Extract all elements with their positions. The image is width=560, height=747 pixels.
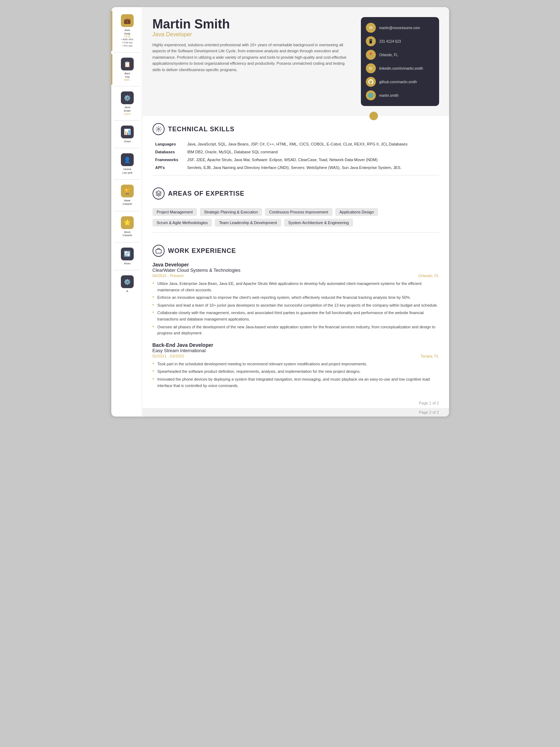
resume-main: Martin Smith Java Developer Highly exper… <box>143 7 449 417</box>
sidebar-icon-7: 🌟 <box>121 216 134 229</box>
expertise-tag: Team Leadership & Development <box>215 219 281 227</box>
expertise-tag: Project Management <box>153 208 197 216</box>
sidebar-item-1[interactable]: 💼 AssiSwip 01/20 • Aide othe • Cod suc •… <box>111 11 143 51</box>
divider-7 <box>114 242 139 243</box>
sidebar-date-2: 2005 - <box>124 79 131 81</box>
job-title: Java Developer <box>153 262 439 267</box>
sidebar-icon-1: 💼 <box>121 14 134 27</box>
linkedin-text: linkedin.com/in/martin.smith <box>379 67 423 70</box>
page-number: Page 1 of 2 <box>143 398 449 408</box>
contact-panel: ✉ martin@novoresume.com 📱 231 4124 623 📍… <box>361 17 439 106</box>
job-bullets-list: Utilize Java, Enterprise Java Bean, Java… <box>153 281 439 337</box>
email-icon: ✉ <box>366 23 376 33</box>
contact-website: 🌐 martin.smith <box>366 90 434 100</box>
jobs-container: Java Developer ClearWater Cloud Systems … <box>153 262 439 389</box>
sidebar-item-5[interactable]: 👤 HumaLau poli <box>111 150 143 178</box>
skill-value: JSF, J2EE, Apache Struts, Java Mai; Soft… <box>185 156 439 164</box>
technical-skills-title-row: TECHNICAL SKILLS <box>153 123 439 135</box>
job-dates: 02/2011 - 03/2015 <box>153 354 184 358</box>
sidebar-icon-9: ⚙️ <box>121 275 134 288</box>
skills-row: API'sServlets, EJB, Java Naming and Dire… <box>153 164 439 171</box>
divider-4 <box>114 148 139 148</box>
contact-linkedin: in linkedin.com/in/martin.smith <box>366 63 434 73</box>
phone-text: 231 4124 623 <box>379 39 401 43</box>
skills-row: DatabasesIBM DB2, Oracle, MySQL, Databas… <box>153 148 439 156</box>
expertise-icon <box>153 187 165 200</box>
skill-label: API's <box>153 164 185 171</box>
location-icon: 📍 <box>366 50 376 60</box>
contact-github: github.com/martin.smith <box>366 77 434 87</box>
sidebar-item-3[interactable]: ⚙️ JavaEnter Learni <box>111 88 143 118</box>
expertise-tag: Strategic Planning & Execution <box>200 208 262 216</box>
contact-location: 📍 Orlando, FL <box>366 50 434 60</box>
job-bullet: Took part in the scheduled development m… <box>153 361 439 367</box>
sidebar-icon-2: 📋 <box>121 58 134 70</box>
job-company: ClearWater Cloud Systems & Technologies <box>153 267 439 273</box>
expertise-tag: Applications Design <box>335 208 378 216</box>
skill-value: IBM DB2, Oracle, MySQL, Database SQL com… <box>185 148 439 156</box>
job-dates: 04/2015 - Present <box>153 274 183 278</box>
sidebar-icon-4: 📊 <box>121 126 134 138</box>
skill-label: Databases <box>153 148 185 156</box>
candidate-title: Java Developer <box>153 31 354 38</box>
sidebar-item-2[interactable]: 📋 BaclThe 2005 - <box>111 54 143 85</box>
contact-email: ✉ martin@novoresume.com <box>366 23 434 33</box>
divider-5 <box>114 179 139 180</box>
svg-rect-1 <box>156 249 161 253</box>
github-text: github.com/martin.smith <box>379 80 417 84</box>
skill-label: Languages <box>153 140 185 148</box>
job-bullet: Oversee all phases of the development of… <box>153 324 439 337</box>
sidebar-item-9[interactable]: ⚙️ A <box>111 272 143 297</box>
sidebar-label-7: MostClearW <box>123 231 132 237</box>
header-left: Martin Smith Java Developer Highly exper… <box>153 17 361 106</box>
location-text: Orlando, FL <box>379 53 398 57</box>
technical-skills-title: TECHNICAL SKILLS <box>168 126 235 133</box>
expertise-tag: Scrum & Agile Methodologies <box>153 219 212 227</box>
job-location: Orlando, FL <box>418 274 439 278</box>
expertise-section: AREAS OF EXPERTISE <box>143 180 449 208</box>
sidebar-date-1: 01/20 <box>124 35 130 38</box>
sidebar-icon-8: 🔄 <box>121 248 134 260</box>
divider-3 <box>114 120 139 121</box>
skill-value: Java, JavaScript, SQL, Java Beans, JSP, … <box>185 140 439 148</box>
divider-1 <box>114 52 139 53</box>
job-bullet: Utilize Java, Enterprise Java Bean, Java… <box>153 281 439 293</box>
skill-label: Frameworks <box>153 156 185 164</box>
sidebar-label-2: BaclThe <box>124 72 130 79</box>
sidebar-item-8[interactable]: 🔄 Asso <box>111 244 143 269</box>
sidebar-icon-3: ⚙️ <box>121 91 134 104</box>
contact-phone: 📱 231 4124 623 <box>366 36 434 46</box>
work-experience-icon <box>153 245 165 257</box>
job-bullets-list: Took part in the scheduled development m… <box>153 361 439 389</box>
sidebar-label-9: A <box>126 290 128 293</box>
candidate-summary: Highly experienced, solutions-oriented p… <box>153 42 354 73</box>
job-bullet: Innovated the phone devices by deploying… <box>153 376 439 389</box>
sidebar-date-3: Learni <box>124 113 130 115</box>
expertise-title: AREAS OF EXPERTISE <box>168 190 245 197</box>
email-text: martin@novoresume.com <box>379 26 420 30</box>
job-entry: Java Developer ClearWater Cloud Systems … <box>153 262 439 337</box>
expertise-tag: System Architecture & Engineering <box>284 219 353 227</box>
sidebar-label-6: AwarClearW <box>123 199 132 206</box>
expertise-title-row: AREAS OF EXPERTISE <box>153 187 439 200</box>
sidebar-label-5: HumaLau poli <box>122 168 132 174</box>
skills-row: LanguagesJava, JavaScript, SQL, Java Bea… <box>153 140 439 148</box>
github-icon <box>366 77 376 87</box>
sidebar-label-1: AssiSwip <box>124 28 130 35</box>
job-bullet: Spearheaded the software product definit… <box>153 369 439 375</box>
expertise-tags-container: Project ManagementStrategic Planning & E… <box>143 208 449 232</box>
work-experience-title: WORK EXPERIENCE <box>168 247 236 255</box>
page2-indicator: Page 2 of 2 <box>143 408 449 417</box>
skills-row: FrameworksJSF, J2EE, Apache Struts, Java… <box>153 156 439 164</box>
skill-value: Servlets, EJB, Java Naming and Directory… <box>185 164 439 171</box>
website-icon: 🌐 <box>366 90 376 100</box>
sidebar-item-4[interactable]: 📊 Oracl <box>111 122 143 147</box>
sidebar-item-6[interactable]: 🏆 AwarClearW <box>111 181 143 209</box>
technical-skills-section: TECHNICAL SKILLS LanguagesJava, JavaScri… <box>143 116 449 175</box>
candidate-name: Martin Smith <box>153 17 354 31</box>
website-text: martin.smith <box>379 94 399 97</box>
divider-8 <box>114 270 139 270</box>
sidebar-label-4: Oracl <box>124 140 130 143</box>
sidebar-item-7[interactable]: 🌟 MostClearW <box>111 213 143 241</box>
skills-table: LanguagesJava, JavaScript, SQL, Java Bea… <box>153 140 439 171</box>
